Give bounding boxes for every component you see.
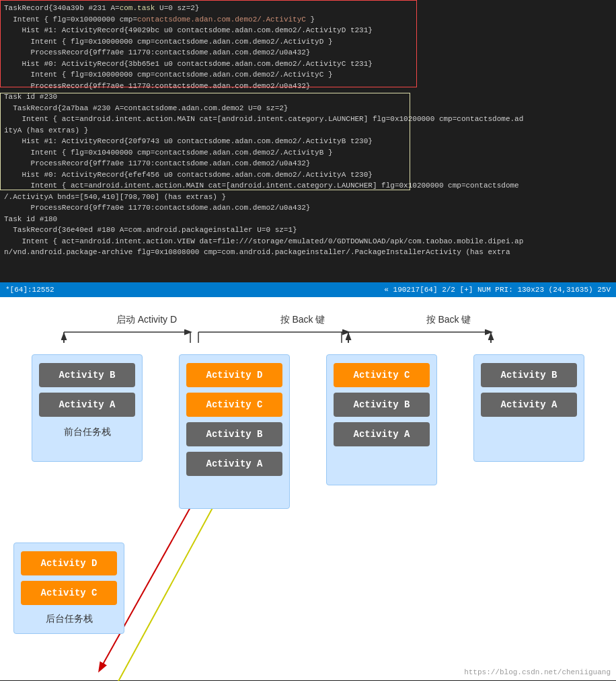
- activity-b-stack3: Activity B: [334, 393, 430, 417]
- term-line-14: Intent { flg=0x10400000 cmp=contactsdome…: [4, 147, 612, 159]
- term-line-16: Hist #0: ActivityRecord{efef456 u0 conta…: [4, 169, 612, 181]
- diagram: 启动 Activity D 按 Back 键 按 Back 键: [0, 297, 616, 680]
- status-right: « 190217[64] 2/2 [+] NUM PRI: 130x23 (24…: [384, 286, 611, 294]
- stack-2: Activity D Activity C Activity B Activit…: [179, 354, 290, 509]
- term-line-10: TaskRecord{2a7baa #230 A=contactsdome.ad…: [4, 103, 612, 114]
- activity-c-stack2: Activity C: [186, 393, 282, 417]
- term-line-22: Intent { act=android.intent.action.VIEW …: [4, 236, 612, 247]
- term-line-9: Task id #230: [4, 91, 612, 103]
- stack-3: Activity C Activity B Activity A: [326, 354, 437, 485]
- terminal: TaskRecord{340a39b #231 A=com.task U=0 s…: [0, 0, 616, 282]
- term-line-19: ProcessRecord{9ff7a0e 11770:contactsdome…: [4, 202, 612, 214]
- activity-a-stack3: Activity A: [334, 422, 430, 446]
- term-line-11: Intent { act=android.intent.action.MAIN …: [4, 114, 612, 125]
- term-line-5: ProcessRecord{9ff7a0e 11770:contactsdome…: [4, 47, 612, 58]
- bottom-stack-1: Activity D Activity C 后台任务栈: [13, 543, 124, 634]
- activity-c-stack3: Activity C: [334, 363, 430, 387]
- activity-d-bottom: Activity D: [21, 551, 117, 575]
- term-line-2: Intent { flg=0x10000000 cmp=contactsdome…: [4, 14, 612, 26]
- term-line-3: Hist #1: ActivityRecord{49029bc u0 conta…: [4, 25, 612, 36]
- term-line-17: Intent { act=android.intent.action.MAIN …: [4, 180, 612, 192]
- activity-b-stack4: Activity B: [481, 363, 577, 387]
- watermark: https://blog.csdn.net/cheniiguang: [464, 668, 611, 676]
- stack-1: Activity B Activity A 前台任务栈: [32, 354, 143, 462]
- term-line-20: Task id #180: [4, 214, 612, 225]
- activity-a-stack4: Activity A: [481, 393, 577, 417]
- term-line-4: Intent { flg=0x10000000 cmp=contactsdome…: [4, 36, 612, 48]
- status-left: *[64]:12552: [5, 286, 54, 294]
- term-line-8: ProcessRecord{9ff7a0e 11770:contactsdome…: [4, 81, 612, 92]
- activity-d-stack2: Activity D: [186, 363, 282, 387]
- term-line-18: /.ActivityA bnds=[540,410][798,700] (has…: [4, 192, 612, 203]
- activity-b-stack2: Activity B: [186, 422, 282, 446]
- term-line-12: ityA (has extras) }: [4, 125, 612, 136]
- status-bar: *[64]:12552 « 190217[64] 2/2 [+] NUM PRI…: [0, 282, 616, 297]
- activity-b-stack1: Activity B: [39, 363, 135, 387]
- stack1-label: 前台任务栈: [39, 426, 135, 438]
- term-line-13: Hist #1: ActivityRecord{20f9743 u0 conta…: [4, 136, 612, 147]
- term-line-7: Intent { flg=0x10000000 cmp=contactsdome…: [4, 69, 612, 81]
- term-line-21: TaskRecord{36e40ed #180 A=com.android.pa…: [4, 225, 612, 236]
- term-line-23: n/vnd.android.package-archive flg=0x1080…: [4, 247, 612, 258]
- activity-a-stack1: Activity A: [39, 393, 135, 417]
- activity-a-stack2: Activity A: [186, 452, 282, 476]
- term-line-15: ProcessRecord{9ff7a0e 11770:contactsdome…: [4, 158, 612, 169]
- term-line-1: TaskRecord{340a39b #231 A=com.task U=0 s…: [4, 3, 612, 14]
- bottom-stack-label: 后台任务栈: [21, 613, 117, 625]
- stack-4: Activity B Activity A: [473, 354, 584, 462]
- term-line-6: Hist #0: ActivityRecord{3bb65e1 u0 conta…: [4, 58, 612, 70]
- activity-c-bottom: Activity C: [21, 581, 117, 605]
